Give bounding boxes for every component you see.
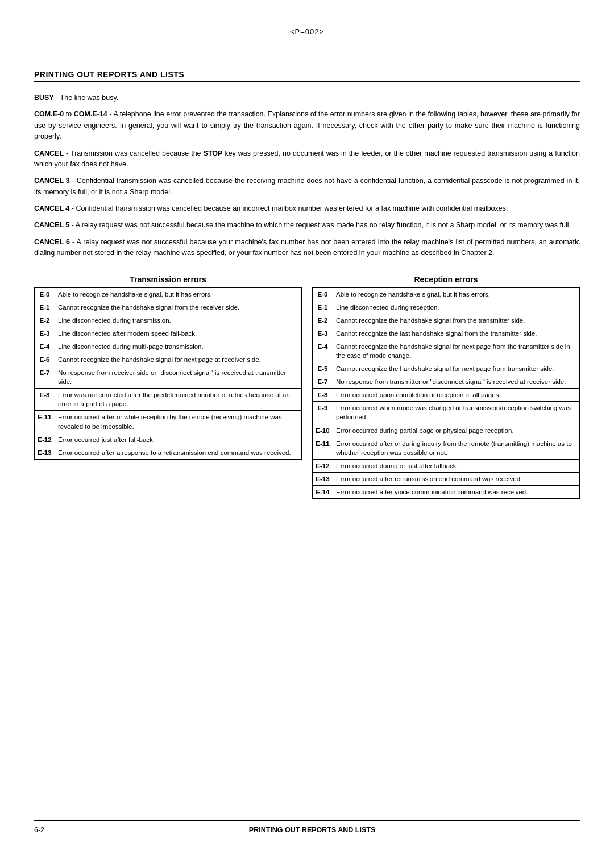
label-busy: BUSY: [34, 94, 54, 102]
error-code: E-3: [35, 327, 55, 340]
paragraph-come: COM.E-0 to COM.E-14 - A telephone line e…: [34, 109, 580, 142]
table-row: E-7No response from receiver side or "di…: [35, 366, 302, 389]
table-row: E-6Cannot recognize the handshake signal…: [35, 353, 302, 366]
error-desc: Able to recognize handshake signal, but …: [55, 287, 302, 301]
paragraph-cancel3: CANCEL 3 - Confidential transmission was…: [34, 176, 580, 198]
table-row: E-8Error occurred upon completion of rec…: [313, 389, 580, 402]
transmission-errors-table: E-0Able to recognize handshake signal, b…: [34, 287, 302, 460]
content-area: <P=002> PRINTING OUT REPORTS AND LISTS B…: [34, 0, 580, 499]
footer-title: PRINTING OUT REPORTS AND LISTS: [44, 826, 580, 834]
error-desc: Line disconnected during transmission.: [55, 314, 302, 327]
table-row: E-4Line disconnected during multi-page t…: [35, 340, 302, 353]
error-desc: Able to recognize handshake signal, but …: [333, 287, 580, 301]
border-right: [591, 23, 591, 845]
error-code: E-13: [35, 446, 55, 459]
table-row: E-2Cannot recognize the handshake signal…: [313, 314, 580, 327]
table-row: E-0Able to recognize handshake signal, b…: [35, 287, 302, 301]
label-cancel: CANCEL: [34, 149, 64, 157]
error-code: E-1: [35, 301, 55, 314]
error-desc: Line disconnected during reception.: [333, 301, 580, 314]
reception-errors-title: Reception errors: [312, 275, 580, 284]
label-cancel4: CANCEL 4: [34, 205, 69, 212]
error-desc: Cannot recognize the handshake signal fr…: [55, 301, 302, 314]
label-stop: STOP: [204, 149, 223, 157]
table-row: E-13Error occurred after retransmission …: [313, 472, 580, 485]
table-row: E-5Cannot recognize the handshake signal…: [313, 362, 580, 375]
label-cancel5: CANCEL 5: [34, 221, 69, 229]
error-code: E-1: [313, 301, 333, 314]
table-row: E-11Error occurred after or during inqui…: [313, 437, 580, 459]
error-code: E-11: [35, 411, 55, 433]
table-row: E-1Cannot recognize the handshake signal…: [35, 301, 302, 314]
table-row: E-9Error occurred when mode was changed …: [313, 402, 580, 424]
error-desc: Error occurred during or just after fall…: [333, 459, 580, 472]
table-row: E-1Line disconnected during reception.: [313, 301, 580, 314]
error-tables-row: Transmission errors E-0Able to recognize…: [34, 275, 580, 499]
page: <P=002> PRINTING OUT REPORTS AND LISTS B…: [0, 0, 614, 868]
error-desc: Error occurred after or while reception …: [55, 411, 302, 433]
error-code: E-10: [313, 424, 333, 437]
error-desc: Error occurred just after fall-back.: [55, 433, 302, 446]
error-desc: No response from transmitter or "disconn…: [333, 375, 580, 389]
header-section: PRINTING OUT REPORTS AND LISTS: [34, 70, 580, 82]
table-row: E-7No response from transmitter or "disc…: [313, 375, 580, 389]
paragraph-cancel4: CANCEL 4 - Confidential transmission was…: [34, 203, 580, 214]
error-desc: Cannot recognize the last handshake sign…: [333, 327, 580, 340]
table-row: E-14Error occurred after voice communica…: [313, 486, 580, 499]
error-desc: Error occurred when mode was changed or …: [333, 402, 580, 424]
error-desc: No response from receiver side or "disco…: [55, 366, 302, 389]
body-paragraphs: BUSY - The line was busy. COM.E-0 to COM…: [34, 93, 580, 259]
error-desc: Cannot recognize the handshake signal fo…: [55, 353, 302, 366]
error-desc: Cannot recognize the handshake signal fo…: [333, 362, 580, 375]
table-row: E-4Cannot recognize the handshake signal…: [313, 340, 580, 362]
error-desc: Line disconnected during multi-page tran…: [55, 340, 302, 353]
error-desc: Error occurred after a response to a ret…: [55, 446, 302, 459]
error-code: E-8: [313, 389, 333, 402]
reception-errors-wrap: Reception errors E-0Able to recognize ha…: [312, 275, 580, 499]
error-code: E-7: [35, 366, 55, 389]
error-code: E-2: [313, 314, 333, 327]
error-code: E-4: [313, 340, 333, 362]
error-code: E-12: [35, 433, 55, 446]
table-row: E-2Line disconnected during transmission…: [35, 314, 302, 327]
paragraph-busy: BUSY - The line was busy.: [34, 93, 580, 103]
label-cancel6: CANCEL 6: [34, 238, 70, 246]
label-cancel3: CANCEL 3: [34, 177, 70, 185]
error-code: E-14: [313, 486, 333, 499]
error-code: E-8: [35, 389, 55, 411]
reception-errors-table: E-0Able to recognize handshake signal, b…: [312, 287, 580, 499]
table-row: E-13Error occurred after a response to a…: [35, 446, 302, 459]
table-row: E-11Error occurred after or while recept…: [35, 411, 302, 433]
paragraph-cancel6: CANCEL 6 - A relay request was not succe…: [34, 237, 580, 259]
table-row: E-8Error was not corrected after the pre…: [35, 389, 302, 411]
table-row: E-3Line disconnected after modem speed f…: [35, 327, 302, 340]
error-desc: Error occurred upon completion of recept…: [333, 389, 580, 402]
label-come: COM.E-0: [34, 110, 64, 118]
table-row: E-12Error occurred just after fall-back.: [35, 433, 302, 446]
error-code: E-3: [313, 327, 333, 340]
label-come14: COM.E-14: [74, 110, 107, 118]
transmission-errors-wrap: Transmission errors E-0Able to recognize…: [34, 275, 302, 499]
error-code: E-6: [35, 353, 55, 366]
section-title: PRINTING OUT REPORTS AND LISTS: [34, 70, 580, 82]
error-code: E-9: [313, 402, 333, 424]
table-row: E-12Error occurred during or just after …: [313, 459, 580, 472]
footer: 6-2 PRINTING OUT REPORTS AND LISTS: [34, 820, 580, 834]
error-code: E-0: [35, 287, 55, 301]
error-desc: Error was not corrected after the predet…: [55, 389, 302, 411]
error-code: E-11: [313, 437, 333, 459]
paragraph-cancel5: CANCEL 5 - A relay request was not succe…: [34, 220, 580, 231]
table-row: E-10Error occurred during partial page o…: [313, 424, 580, 437]
table-row: E-3Cannot recognize the last handshake s…: [313, 327, 580, 340]
error-code: E-2: [35, 314, 55, 327]
error-desc: Line disconnected after modem speed fall…: [55, 327, 302, 340]
border-left: [23, 23, 23, 845]
error-code: E-4: [35, 340, 55, 353]
error-desc: Error occurred after or during inquiry f…: [333, 437, 580, 459]
error-desc: Error occurred after voice communication…: [333, 486, 580, 499]
error-code: E-0: [313, 287, 333, 301]
table-row: E-0Able to recognize handshake signal, b…: [313, 287, 580, 301]
error-desc: Cannot recognize the handshake signal fr…: [333, 314, 580, 327]
footer-page-num: 6-2: [34, 826, 44, 834]
error-code: E-12: [313, 459, 333, 472]
